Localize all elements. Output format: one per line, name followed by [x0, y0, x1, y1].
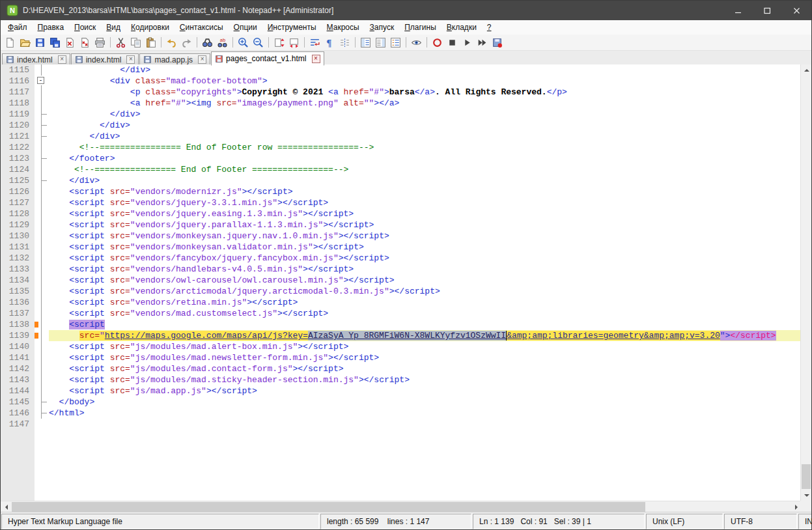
close-button[interactable] — [782, 1, 811, 20]
toolbar-cut-button[interactable] — [114, 36, 128, 49]
code-line[interactable]: <script src="vendors/monkeysan.jquery.na… — [49, 230, 802, 242]
editor[interactable]: 1115 </div>1116- <div class="mad-footer-… — [1, 64, 802, 501]
tab-close-icon[interactable]: × — [198, 55, 206, 64]
horizontal-scroll-thumb[interactable] — [12, 502, 645, 512]
code-line[interactable]: <script src="vendors/retina.min.js"></sc… — [49, 297, 802, 308]
code-line[interactable]: <script src="vendors/jquery-3.3.1.min.js… — [49, 197, 802, 208]
scroll-down-arrow-icon[interactable] — [801, 490, 812, 501]
status-encoding[interactable]: UTF-8 — [724, 514, 797, 529]
toolbar-show-all-chars-button[interactable]: ¶ — [323, 36, 337, 49]
code-line[interactable]: <script src="vendors/arcticmodal/jquery.… — [49, 286, 802, 297]
scroll-left-arrow-icon[interactable] — [1, 501, 12, 512]
code-line[interactable]: <script src="vendors/fancybox/jquery.fan… — [49, 253, 802, 264]
code-line[interactable]: <script src="js/modules/mad.newsletter-f… — [49, 352, 802, 363]
menu-item-11[interactable]: Плагины — [399, 21, 441, 34]
tab-close-icon[interactable]: × — [126, 55, 135, 64]
code-line[interactable]: </div> — [49, 120, 802, 131]
toolbar-zoom-in-button[interactable] — [236, 36, 250, 49]
code-line[interactable]: <script src="vendors/modernizr.js"></scr… — [49, 186, 802, 197]
tab-1[interactable]: index.html× — [2, 53, 70, 65]
code-line[interactable]: <a href="#"><img src="images/payment.png… — [49, 98, 802, 109]
toolbar-document-map-button[interactable] — [374, 36, 387, 49]
menu-item-2[interactable]: Правка — [33, 21, 70, 34]
toolbar-monitoring-button[interactable] — [410, 36, 423, 49]
menu-item-3[interactable]: Поиск — [69, 21, 101, 34]
scroll-up-arrow-icon[interactable] — [801, 64, 812, 76]
vertical-scroll-thumb[interactable] — [802, 464, 811, 489]
menu-item-13[interactable]: ? — [482, 21, 497, 34]
code-line[interactable]: <p class="copyrights">Copyright © 2021 <… — [49, 87, 802, 98]
code-line[interactable]: <div class="mad-footer-bottom"> — [49, 76, 802, 87]
maximize-button[interactable] — [753, 1, 782, 20]
code-line[interactable]: <script src="js/mad.app.js"></script> — [49, 385, 802, 397]
code-line[interactable]: <script — [49, 319, 802, 330]
code-line[interactable]: <script src="vendors/handlebars-v4.0.5.m… — [49, 264, 802, 275]
code-line[interactable]: </div> — [49, 64, 802, 76]
menu-item-10[interactable]: Запуск — [365, 21, 400, 34]
menu-item-8[interactable]: Инструменты — [262, 21, 322, 34]
code-line[interactable]: </div> — [49, 175, 802, 186]
menu-item-4[interactable]: Вид — [101, 21, 126, 34]
toolbar-paste-button[interactable] — [144, 36, 158, 49]
menu-item-5[interactable]: Кодировки — [126, 21, 175, 34]
toolbar-indent-guide-button[interactable] — [338, 36, 352, 49]
toolbar-replace-button[interactable]: ab — [216, 36, 229, 49]
code-line[interactable]: <!--================ End of Footer row =… — [49, 142, 802, 153]
toolbar-open-file-button[interactable] — [18, 36, 32, 49]
code-line[interactable]: <script src="vendors/monkeysan.validator… — [49, 242, 802, 253]
toolbar-find-button[interactable] — [201, 36, 214, 49]
toolbar-zoom-out-button[interactable] — [251, 36, 265, 49]
toolbar-undo-button[interactable] — [165, 36, 178, 49]
code-line[interactable]: <script src="vendors/owl-carousel/owl.ca… — [49, 275, 802, 286]
minimize-button[interactable] — [723, 1, 753, 20]
toolbar-print-button[interactable] — [93, 36, 107, 49]
code-line[interactable]: <script src="js/modules/mad.sticky-heade… — [49, 374, 802, 385]
menu-item-12[interactable]: Вкладки — [441, 21, 482, 34]
code-line[interactable]: </body> — [49, 397, 802, 408]
code-line[interactable]: <!--================ End of Footer =====… — [49, 164, 802, 175]
horizontal-scrollbar[interactable] — [1, 501, 802, 512]
toolbar-new-file-button[interactable] — [3, 36, 17, 49]
menu-item-9[interactable]: Макросы — [322, 21, 365, 34]
tab-3[interactable]: mad.app.js× — [139, 53, 210, 65]
fold-collapse-icon[interactable]: - — [37, 77, 44, 84]
toolbar-function-list-button[interactable] — [359, 36, 372, 49]
status-insert-mode[interactable]: INS — [798, 514, 812, 529]
code-line[interactable]: <script src="js/modules/mad.contact-form… — [49, 363, 802, 374]
code-line[interactable]: <script src="js/modules/mad.alert-box.mi… — [49, 341, 802, 352]
toolbar-macro-save-button[interactable] — [490, 36, 504, 49]
toolbar-macro-stop-button[interactable] — [445, 36, 459, 49]
toolbar-close-all-button[interactable] — [78, 36, 92, 49]
toolbar-document-list-button[interactable] — [389, 36, 402, 49]
toolbar-macro-play-button[interactable] — [460, 36, 474, 49]
code-line[interactable]: <script src="vendors/jquery.parallax-1.1… — [49, 219, 802, 230]
title-bar[interactable]: N D:\HEAVEN_2013\barsa\HTML\barsa\pages_… — [1, 1, 811, 20]
code-line[interactable]: src="https://maps.google.com/maps/api/js… — [49, 330, 802, 341]
tab-close-icon[interactable]: × — [58, 55, 66, 64]
toolbar-close-file-button[interactable] — [63, 36, 77, 49]
vertical-scrollbar[interactable] — [800, 64, 811, 501]
toolbar-word-wrap-button[interactable] — [308, 36, 322, 49]
code-line[interactable] — [49, 419, 802, 430]
toolbar-save-file-button[interactable] — [33, 36, 47, 49]
toolbar-sync-scroll-v-button[interactable] — [272, 36, 286, 49]
menu-item-1[interactable]: Файл — [3, 21, 33, 34]
tab-4[interactable]: pages_contact_v1.html× — [211, 51, 324, 66]
tab-close-icon[interactable]: × — [312, 55, 320, 63]
tab-2[interactable]: index.html× — [71, 53, 139, 65]
code-line[interactable]: </div> — [49, 109, 802, 120]
toolbar-macro-run-multiple-button[interactable] — [475, 36, 489, 49]
toolbar-save-all-button[interactable] — [48, 36, 62, 49]
code-line[interactable]: </div> — [49, 131, 802, 142]
toolbar-macro-record-button[interactable] — [430, 36, 444, 49]
toolbar-copy-button[interactable] — [129, 36, 143, 49]
code-line[interactable]: </html> — [49, 408, 802, 419]
code-line[interactable]: <script src="vendors/mad.customselect.js… — [49, 308, 802, 319]
toolbar-redo-button[interactable] — [180, 36, 193, 49]
toolbar-sync-scroll-h-button[interactable] — [287, 36, 301, 49]
code-line[interactable]: <script src="vendors/jquery.easing.1.3.m… — [49, 208, 802, 219]
menu-item-7[interactable]: Опции — [229, 21, 262, 34]
status-eol-format[interactable]: Unix (LF) — [646, 514, 723, 529]
menu-item-6[interactable]: Синтаксисы — [175, 21, 229, 34]
code-line[interactable]: </footer> — [49, 153, 802, 164]
